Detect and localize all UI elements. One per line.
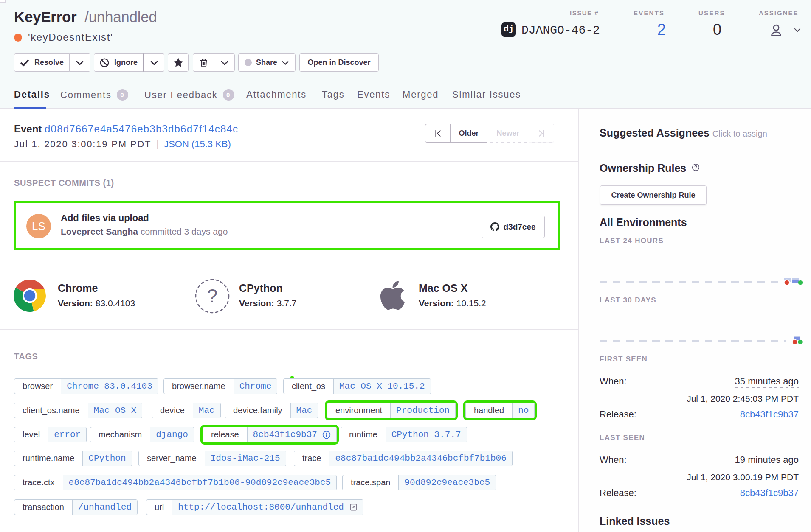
- svg-text:?: ?: [207, 286, 217, 306]
